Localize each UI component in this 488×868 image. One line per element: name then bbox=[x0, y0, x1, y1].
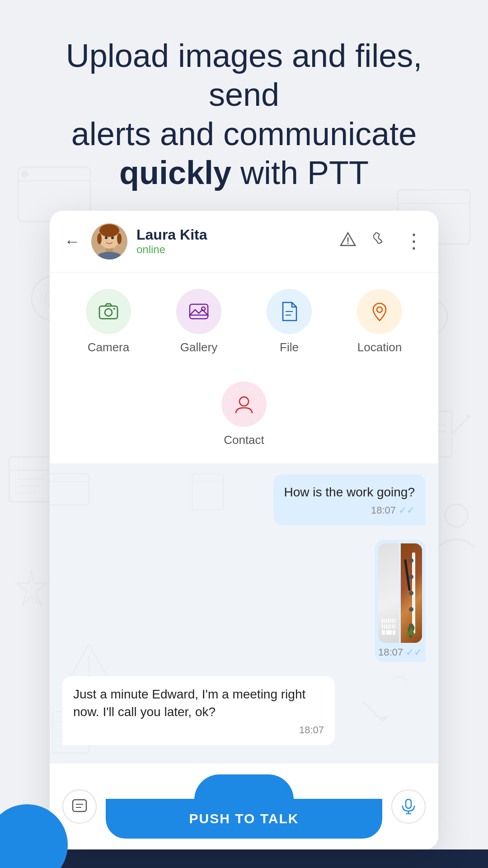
svg-rect-69 bbox=[73, 800, 86, 811]
back-button[interactable]: ← bbox=[64, 232, 80, 251]
message-text: How is the work going? bbox=[284, 483, 415, 501]
svg-rect-39 bbox=[99, 306, 117, 319]
microphone-button[interactable] bbox=[391, 789, 426, 824]
hero-section: Upload images and files, send alerts and… bbox=[0, 0, 488, 211]
notebook-image bbox=[401, 543, 422, 643]
svg-point-33 bbox=[117, 233, 122, 244]
svg-rect-68 bbox=[409, 635, 412, 638]
attach-camera[interactable]: Camera bbox=[77, 289, 140, 354]
image-grid bbox=[378, 543, 422, 643]
ptt-label: PUSH TO TALK bbox=[189, 811, 299, 826]
phone-mockup: ← bbox=[0, 211, 488, 850]
images-message-time: 18:07 bbox=[378, 646, 403, 658]
contact-status: online bbox=[136, 243, 340, 256]
sent-message-time: 18:07 bbox=[299, 724, 324, 736]
call-icon[interactable] bbox=[372, 231, 388, 251]
messages-area: How is the work going? 18:07 ✓✓ bbox=[50, 463, 438, 764]
svg-point-32 bbox=[97, 233, 102, 244]
gallery-icon-circle bbox=[176, 289, 221, 334]
contact-avatar bbox=[91, 223, 127, 259]
sent-message-meta: 18:07 bbox=[73, 724, 324, 736]
message-images: 18:07 ✓✓ bbox=[375, 540, 426, 662]
double-check-icon-2: ✓✓ bbox=[406, 646, 422, 658]
location-label: Location bbox=[357, 340, 402, 354]
images-message-meta: 18:07 ✓✓ bbox=[378, 646, 422, 658]
attach-location[interactable]: Location bbox=[348, 289, 411, 354]
message-time: 18:07 bbox=[371, 505, 396, 516]
attach-file[interactable]: File bbox=[258, 289, 321, 354]
message-received-1: How is the work going? 18:07 ✓✓ bbox=[273, 474, 426, 525]
alert-icon[interactable] bbox=[340, 231, 356, 251]
message-meta: 18:07 ✓✓ bbox=[284, 505, 415, 516]
svg-point-47 bbox=[377, 307, 382, 312]
hero-title: Upload images and files, send alerts and… bbox=[36, 36, 452, 193]
double-check-icon: ✓✓ bbox=[399, 505, 415, 516]
attach-contact[interactable]: Contact bbox=[212, 382, 276, 447]
header-actions: ⋮ bbox=[340, 231, 424, 251]
svg-point-35 bbox=[111, 236, 114, 239]
svg-point-40 bbox=[105, 309, 112, 316]
file-label: File bbox=[280, 340, 299, 354]
svg-point-44 bbox=[202, 307, 205, 311]
message-sent-1: Just a minute Edward, I'm a meeting righ… bbox=[62, 676, 335, 745]
attach-gallery[interactable]: Gallery bbox=[167, 289, 230, 354]
chat-header: ← bbox=[50, 211, 438, 273]
hero-title-bold: quickly bbox=[119, 155, 231, 191]
camera-icon-circle bbox=[86, 289, 131, 334]
more-options-icon[interactable]: ⋮ bbox=[404, 234, 424, 248]
svg-point-38 bbox=[347, 243, 349, 244]
camera-label: Camera bbox=[88, 340, 129, 354]
svg-point-31 bbox=[99, 224, 119, 237]
hero-title-normal: with PTT bbox=[240, 155, 369, 191]
gallery-label: Gallery bbox=[180, 340, 217, 354]
compose-button[interactable] bbox=[62, 789, 97, 824]
svg-point-34 bbox=[105, 236, 108, 239]
attachment-menu: Camera Gallery bbox=[50, 273, 438, 463]
svg-point-48 bbox=[239, 397, 249, 406]
bottom-navigation bbox=[0, 849, 488, 868]
chat-window: ← bbox=[50, 211, 438, 850]
svg-point-41 bbox=[113, 308, 115, 310]
push-to-talk-button[interactable]: PUSH TO TALK bbox=[106, 799, 382, 839]
svg-marker-43 bbox=[190, 310, 208, 315]
contact-label: Contact bbox=[224, 433, 264, 447]
keyboard-image bbox=[378, 543, 399, 643]
chat-input-bar: PUSH TO TALK bbox=[50, 763, 438, 849]
contact-name: Laura Kita bbox=[136, 226, 340, 243]
hero-title-line2: alerts and communicate bbox=[71, 116, 417, 152]
file-icon-circle bbox=[267, 289, 312, 334]
contact-info: Laura Kita online bbox=[136, 226, 340, 256]
hero-title-line1: Upload images and files, send bbox=[66, 38, 422, 113]
message-text-sent: Just a minute Edward, I'm a meeting righ… bbox=[73, 685, 324, 721]
svg-rect-72 bbox=[406, 799, 411, 808]
location-icon-circle bbox=[357, 289, 402, 334]
contact-icon-circle bbox=[221, 382, 267, 427]
svg-rect-42 bbox=[190, 304, 208, 319]
